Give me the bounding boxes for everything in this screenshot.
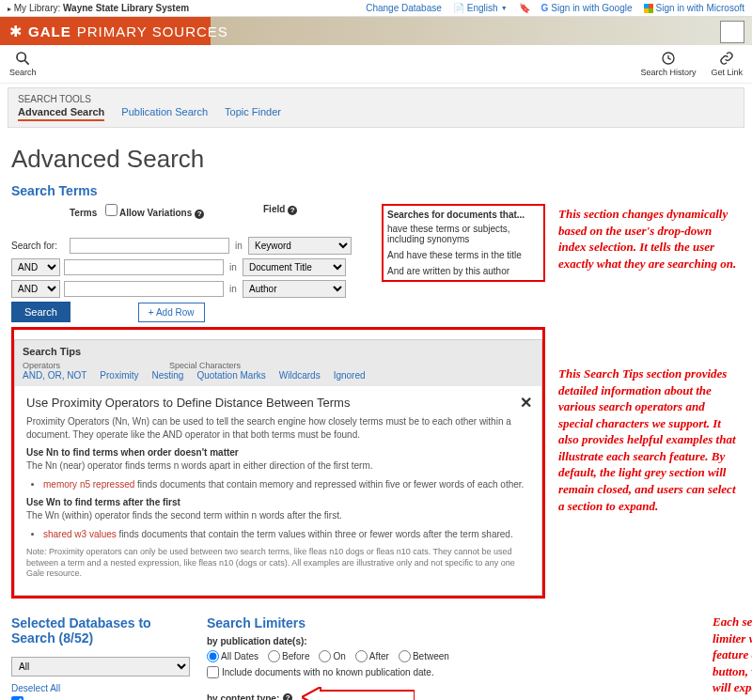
tips-link[interactable]: Nesting [151,370,183,381]
change-database-link[interactable]: Change Database [366,3,442,13]
tips-link[interactable]: Wildcards [279,370,321,381]
field-select[interactable]: Keyword [248,237,352,255]
limiters-heading: Search Limiters [207,615,696,630]
search-tips-title: Search Tips [23,346,534,357]
info-icon[interactable]: ? [195,210,204,219]
tips-example: shared w3 values finds documents that co… [43,528,530,541]
search-button[interactable]: Search [11,302,70,322]
desc-text: And have these terms in the title [387,250,540,260]
tips-link[interactable]: AND, OR, NOT [23,370,86,381]
arrow-icon [302,687,415,700]
tab-topic-finder[interactable]: Topic Finder [225,106,281,121]
tips-link[interactable]: Ignored [334,370,366,381]
term-input[interactable] [64,259,224,275]
search-history-tool[interactable]: Search History [640,51,696,77]
brand-gale: GALE [28,23,71,39]
language-selector[interactable]: 📄 English ▼ [453,3,508,13]
library-indicator: ▸ My Library: Wayne State Library System [8,3,189,13]
page-title: Advanced Search [11,145,741,174]
pubdate-radios: All Dates Before On After Between [207,650,696,662]
brand-bar: ✱ GALE PRIMARY SOURCES [0,17,752,45]
link-icon [719,51,734,66]
tips-paragraph: The Wn (within) operator finds the secon… [26,509,530,522]
search-tips-header: Search Tips Operators Special Characters… [15,340,541,386]
field-select[interactable]: Document Title [243,258,346,276]
tips-link[interactable]: Quotation Marks [196,370,265,381]
tips-subheading: Use Nn to find terms when order doesn't … [26,447,530,458]
tips-link[interactable]: Proximity [100,370,138,381]
library-name: Wayne State Library System [63,3,189,13]
annotation-text: Each search limiter will also feature an… [713,614,752,700]
operator-select[interactable]: AND [11,258,60,276]
pubdate-radio[interactable]: After [355,650,389,662]
search-tool[interactable]: Search [9,51,37,77]
history-icon [661,51,676,66]
search-row: AND in Document Title [11,258,352,276]
info-icon[interactable]: ? [288,206,297,215]
deselect-all-link[interactable]: Deselect All [11,683,60,693]
search-tools-heading: SEARCH TOOLS [18,94,734,104]
pubdate-radio[interactable]: On [319,650,345,662]
get-link-tool[interactable]: Get Link [711,51,743,77]
in-label: in [229,241,248,251]
toolbar: Search Search History Get Link [0,45,752,84]
tips-body-title: Use Proximity Operators to Define Distan… [26,396,530,410]
pubdate-radio[interactable]: Before [268,650,309,662]
tips-note: Note: Proximity operators can only be us… [26,547,530,580]
desc-text: And are written by this author [387,266,540,276]
tips-paragraph: Proximity Operators (Nn, Wn) can be used… [26,415,530,442]
brand-primary-sources: PRIMARY SOURCES [77,23,228,39]
library-label: My Library: [14,3,60,13]
info-icon[interactable]: ? [283,693,292,700]
search-icon [15,51,30,66]
operator-select[interactable]: AND [11,280,60,298]
search-tools-bar: SEARCH TOOLS Advanced Search Publication… [8,87,744,128]
search-terms-heading: Search Terms [11,183,741,198]
database-filter-select[interactable]: All [11,657,190,677]
field-select[interactable]: Author [243,280,346,298]
databases-heading: Selected Databases to Search (8/52) [11,615,190,646]
annotation-text: This Search Tips section provides detail… [558,366,741,514]
database-list: Archives Unbound Eighteenth Century Coll… [11,696,190,700]
in-label: in [224,262,243,272]
pubdate-radio[interactable]: Between [399,650,449,662]
bookmark-icon[interactable]: 🔖 [519,3,530,13]
annotation-text: This section changes dynamically based o… [558,206,741,272]
include-no-date-checkbox[interactable]: Include documents with no known publicat… [207,666,696,678]
close-icon[interactable]: ✕ [520,394,532,412]
pubdate-label: by publication date(s): [207,636,696,646]
gale-logo-icon: ✱ [9,23,23,40]
tips-paragraph: The Nn (near) operator finds terms n wor… [26,459,530,473]
desc-text: have these terms or subjects, including … [387,224,540,244]
tab-advanced-search[interactable]: Advanced Search [18,106,104,121]
term-input[interactable] [70,238,229,254]
allow-variations-checkbox[interactable] [105,204,118,216]
desc-heading: Searches for documents that... [387,210,540,220]
svg-point-0 [17,53,25,61]
search-row: Search for: in Keyword [11,237,352,255]
tab-publication-search[interactable]: Publication Search [121,106,208,121]
in-label: in [224,284,243,294]
content-type-label: by content type: [207,693,279,700]
database-item[interactable]: Archives Unbound [11,696,190,700]
term-input[interactable] [64,281,224,297]
tips-example: memory n5 repressed finds documents that… [43,478,530,491]
signin-google[interactable]: G Sign in with Google [541,3,633,13]
search-for-label: Search for: [11,241,64,251]
tips-subheading: Use Wn to find terms after the first [26,497,530,507]
svg-line-1 [24,60,29,65]
search-row: AND in Author [11,280,352,298]
signin-microsoft[interactable]: Sign in with Microsoft [644,3,744,13]
top-bar: ▸ My Library: Wayne State Library System… [0,0,752,17]
search-tips-body: ✕ Use Proximity Operators to Define Dist… [15,386,541,595]
add-row-button[interactable]: + Add Row [138,303,205,322]
search-tools-tabs: Advanced Search Publication Search Topic… [18,106,734,121]
pubdate-radio[interactable]: All Dates [207,650,258,662]
